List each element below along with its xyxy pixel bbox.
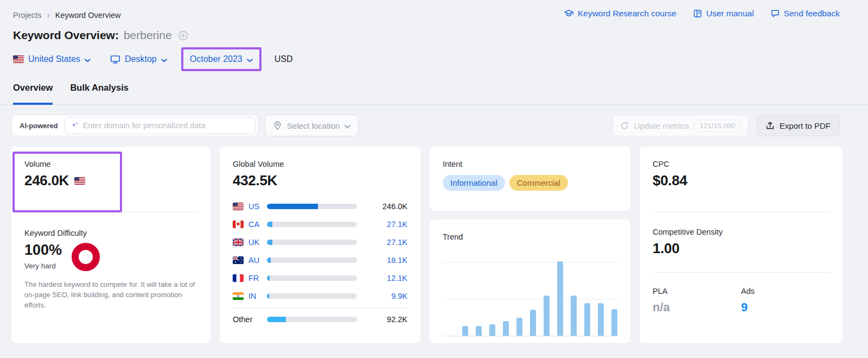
export-icon <box>765 121 775 130</box>
country-code[interactable]: UK <box>248 238 267 247</box>
location-pin-icon <box>273 121 282 130</box>
country-code[interactable]: AU <box>248 256 267 265</box>
export-pdf-button[interactable]: Export to PDF <box>756 115 840 136</box>
country-row-uk: UK27.1K <box>233 233 407 251</box>
competitive-density-value: 1.00 <box>653 240 829 257</box>
tabs-divider <box>0 104 868 105</box>
intent-card: Intent InformationalCommercial <box>430 147 630 211</box>
trend-bar <box>503 321 509 336</box>
intent-badge-informational[interactable]: Informational <box>443 175 505 191</box>
au-flag-icon <box>233 256 244 264</box>
trend-label: Trend <box>443 233 617 241</box>
monitor-icon <box>110 55 120 64</box>
pla-ads-row: PLA n/a Ads 9 <box>653 287 829 315</box>
difficulty-donut-chart <box>72 243 100 271</box>
ai-domain-group: AI-powered <box>11 115 258 136</box>
volume-card: Volume 246.0K Keyword Difficulty 100% Ve… <box>11 147 210 343</box>
header-link-send-feedback[interactable]: Send feedback <box>770 9 840 18</box>
cpc-value: $0.84 <box>653 172 829 189</box>
country-volume-value: 92.2K <box>357 315 407 324</box>
country-code[interactable]: FR <box>248 274 267 282</box>
cpc-label: CPC <box>653 160 829 168</box>
global-volume-value: 432.5K <box>233 172 407 189</box>
volume-bar-track <box>267 317 357 322</box>
ads-value[interactable]: 9 <box>741 300 829 315</box>
add-keyword-icon[interactable] <box>178 30 188 41</box>
cpc-card: CPC $0.84 Competitive Density 1.00 PLA n… <box>640 147 843 343</box>
trend-bar <box>571 296 577 336</box>
country-volume-value[interactable]: 27.1K <box>357 220 407 229</box>
country-volume-value[interactable]: 27.1K <box>357 238 407 247</box>
location-selector[interactable]: Select location <box>265 115 359 136</box>
pla-value: n/a <box>653 300 741 315</box>
header-links: Keyword Research courseUser manualSend f… <box>564 9 840 18</box>
ca-flag-icon <box>233 221 244 228</box>
intent-badges: InformationalCommercial <box>443 175 617 191</box>
period-selector[interactable]: October 2023 <box>190 54 253 65</box>
volume-value: 246.0K <box>24 172 197 189</box>
card-divider <box>653 212 829 212</box>
trend-bar <box>584 303 590 336</box>
country-code[interactable]: US <box>248 202 267 211</box>
volume-bar-track <box>267 275 357 281</box>
trend-bar <box>557 261 563 336</box>
trend-bars <box>462 261 617 336</box>
page-title: Keyword Overview: berberine <box>13 29 188 42</box>
volume-label: Volume <box>24 160 197 168</box>
country-selector[interactable]: United States <box>13 54 91 65</box>
country-volume-value[interactable]: 18.1K <box>357 256 407 265</box>
country-volume-value: 246.0K <box>357 202 407 211</box>
country-code[interactable]: CA <box>248 220 267 229</box>
volume-number: 246.0K <box>24 172 69 189</box>
chat-bubble-icon <box>770 9 780 18</box>
page-title-keyword: berberine <box>124 29 172 42</box>
us-flag-icon <box>74 177 85 185</box>
volume-bar-track <box>267 240 357 245</box>
volume-bar-fill <box>267 240 272 245</box>
graduation-cap-icon <box>564 9 574 18</box>
trend-chart <box>443 262 617 336</box>
keyword-difficulty-rating: Very hard <box>24 262 62 270</box>
breadcrumb-separator-icon: › <box>47 10 49 20</box>
chevron-down-icon <box>247 55 253 65</box>
breadcrumb-projects[interactable]: Projects <box>13 11 41 20</box>
country-row-fr: FR12.1K <box>233 269 407 287</box>
header-link-keyword-research-course[interactable]: Keyword Research course <box>564 9 676 18</box>
volume-bar-fill <box>267 204 318 209</box>
tabs: OverviewBulk Analysis <box>13 83 129 105</box>
ads-label: Ads <box>741 287 829 296</box>
breadcrumb-current: Keyword Overview <box>55 11 121 20</box>
country-code[interactable]: IN <box>248 292 267 300</box>
competitive-density-number: 1.00 <box>653 240 679 257</box>
domain-input-wrapper <box>65 117 256 134</box>
intent-label: Intent <box>443 160 617 168</box>
trend-bar <box>544 296 550 336</box>
trend-bar <box>611 309 617 336</box>
chevron-down-icon <box>85 55 91 65</box>
update-metrics-button[interactable]: Update metrics 121/15,000 <box>612 115 749 136</box>
fr-flag-icon <box>233 274 244 282</box>
domain-input[interactable] <box>83 121 250 130</box>
export-pdf-label: Export to PDF <box>780 121 831 130</box>
breadcrumb: Projects › Keyword Overview <box>13 10 121 20</box>
device-selector[interactable]: Desktop <box>110 54 167 65</box>
country-volume-value[interactable]: 12.1K <box>357 274 407 282</box>
pla-label: PLA <box>653 287 741 296</box>
header-link-label: Send feedback <box>784 9 840 18</box>
trend-bar <box>516 318 522 336</box>
currency-label: USD <box>275 54 293 64</box>
in-flag-icon <box>233 292 244 300</box>
ai-powered-badge: AI-powered <box>20 122 58 130</box>
intent-badge-commercial[interactable]: Commercial <box>509 175 568 191</box>
trend-bar <box>462 326 468 336</box>
cpc-number: $0.84 <box>653 172 687 189</box>
period-selector-label: October 2023 <box>190 54 242 64</box>
country-selector-label: United States <box>28 54 80 64</box>
trend-bar <box>489 324 495 336</box>
header-link-user-manual[interactable]: User manual <box>693 9 754 18</box>
volume-bar-fill <box>267 257 271 263</box>
tab-overview[interactable]: Overview <box>13 83 53 105</box>
tab-bulk-analysis[interactable]: Bulk Analysis <box>70 83 129 105</box>
country-volume-value[interactable]: 9.9K <box>357 292 407 300</box>
country-row-other: Other92.2K <box>233 310 407 329</box>
